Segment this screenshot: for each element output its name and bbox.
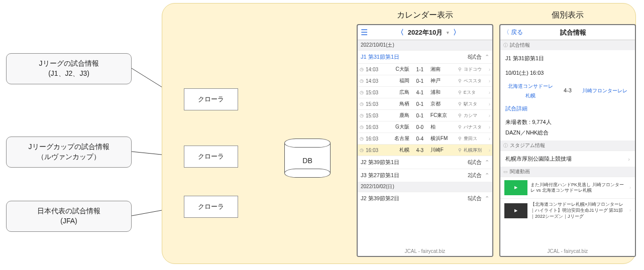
match-count: 2試合 (468, 172, 482, 178)
stadium-name: 札幌市厚別公園陸上競技場 (505, 155, 572, 163)
match-time: 16:03 (366, 124, 382, 130)
info-icon: ⓘ (503, 42, 508, 49)
chevron-right-icon: › (489, 148, 490, 153)
venue: ヨドコウ (464, 66, 487, 73)
clock-icon: ◷ (360, 78, 364, 83)
chevron-right-icon: › (628, 156, 630, 162)
score: 0-4 (411, 136, 428, 142)
back-button[interactable]: 〈 戻る (500, 28, 526, 37)
stadium-row[interactable]: 札幌市厚別公園陸上競技場 › (500, 151, 635, 167)
source-subtitle: (J1、J2、J3) (48, 69, 89, 79)
database-cylinder: DB (284, 139, 331, 178)
detail-view-title: 個別表示 (499, 10, 636, 21)
video-thumbnail (504, 180, 527, 195)
clock-icon: ◷ (360, 101, 364, 106)
away-team: 神戸 (431, 77, 456, 84)
date-header: 2022/10/02(日) (358, 182, 492, 192)
video-row[interactable]: 【北海道コンサドーレ札幌×川崎フロンターレ｜ハイライト】明治安田生命J1リーグ … (500, 198, 635, 222)
score: 0-1 (411, 101, 428, 107)
home-team: 鳥栖 (384, 100, 409, 107)
match-row[interactable]: ◷16:03札幌4-3川崎F⚲札幌厚別› (358, 144, 492, 156)
match-time: 15:03 (366, 113, 382, 118)
dropdown-icon[interactable]: ▾ (447, 30, 449, 35)
date-header: 2022/10/01(土) (358, 40, 492, 50)
league-row[interactable]: J3 第27節第1日 2試合⌃ (358, 169, 492, 182)
chevron-right-icon: › (629, 185, 631, 191)
prev-month-icon[interactable]: 〈 (397, 28, 404, 37)
away-team: 柏 (431, 123, 456, 130)
away-team: 京都 (431, 100, 456, 107)
chevron-right-icon: › (489, 78, 490, 84)
league-row-title: J1 第31節第1日 (361, 53, 399, 61)
match-row[interactable]: ◷14:03福岡0-1神戸⚲ベススタ› (358, 75, 492, 86)
clock-icon: ◷ (360, 113, 364, 118)
database-label: DB (284, 157, 331, 165)
home-team: C大阪 (384, 66, 409, 73)
home-team: 名古屋 (384, 135, 409, 142)
location-icon: ⚲ (458, 101, 462, 106)
away-team: 湘南 (431, 66, 456, 73)
chevron-right-icon: › (489, 113, 490, 118)
match-row[interactable]: ◷15:03鹿島0-1FC東京⚲カシマ› (358, 109, 492, 121)
app-footer: JCAL - fairycat.biz (500, 246, 635, 256)
away-team[interactable]: 川崎フロンターレレ (580, 86, 630, 95)
month-picker[interactable]: 〈 2022年10月 ▾ 〉 (368, 28, 489, 37)
match-row[interactable]: ◷15:03鳥栖0-1京都⚲駅スタ› (358, 98, 492, 109)
location-icon: ⚲ (458, 148, 462, 153)
league-row[interactable]: J2 第39節第2日 5試合⌃ (358, 192, 492, 205)
crawler-box: クローラ (184, 146, 238, 168)
chevron-icon: ⌃ (485, 159, 489, 165)
clock-icon: ◷ (360, 124, 364, 129)
home-team: 福岡 (384, 77, 409, 84)
back-label: 戻る (511, 29, 523, 36)
match-row[interactable]: ◷16:03G大阪0-0柏⚲パナスタ› (358, 121, 492, 132)
source-title: Jリーグカップの試合情報 (29, 142, 110, 152)
score: 0-1 (411, 78, 428, 84)
league-row[interactable]: J1 第31節第1日 8試合⌃ (358, 50, 492, 63)
match-time: 15:03 (366, 101, 382, 107)
next-month-icon[interactable]: 〉 (453, 28, 460, 37)
clock-icon: ◷ (360, 67, 364, 72)
page-title: 試合情報 (526, 28, 635, 37)
section-header: ⓘ試合情報 (500, 40, 635, 50)
match-row[interactable]: ◷16:03名古屋0-4横浜FM⚲豊田ス› (358, 132, 492, 144)
chevron-right-icon: › (489, 101, 490, 107)
chevron-right-icon: › (489, 67, 490, 72)
video-row[interactable]: また川崎付度ハンドPK見逃し 川崎フロンターレ vs 北海道コンサドーレ札幌 › (500, 177, 635, 198)
clock-icon: ◷ (360, 136, 364, 141)
video-title: 【北海道コンサドーレ札幌×川崎フロンターレ｜ハイライト】明治安田生命J1リーグ … (530, 202, 626, 219)
match-row[interactable]: ◷15:03広島4-1浦和⚲Eスタ› (358, 86, 492, 98)
chevron-icon: ⌃ (485, 195, 489, 201)
source-title: Jリーグの試合情報 (39, 59, 99, 69)
menu-icon[interactable]: ☰ (361, 28, 368, 37)
match-time: 16:03 (366, 136, 382, 142)
broadcast: DAZN／NHK総合 (505, 127, 630, 138)
home-team[interactable]: 北海道コンサドーレ札幌 (505, 81, 555, 100)
match-node: J1 第31節第1日 (505, 53, 630, 64)
match-row[interactable]: ◷14:03C大阪1-1湘南⚲ヨドコウ› (358, 63, 492, 75)
chevron-icon: ⌃ (485, 172, 489, 178)
crawler-box: クローラ (184, 88, 238, 110)
section-header: ⓘスタジアム情報 (500, 141, 635, 151)
section-header-label: 関連動画 (510, 168, 530, 175)
match-count: 5試合 (468, 195, 482, 201)
away-team: 浦和 (431, 89, 456, 96)
venue: カシマ (464, 112, 487, 119)
league-row-title: J2 第39節第1日 (361, 159, 399, 166)
home-team: 広島 (384, 89, 409, 96)
source-box-japan-national: 日本代表の試合情報 (JFA) (6, 201, 132, 232)
match-time: 16:03 (366, 148, 382, 153)
location-icon: ⚲ (458, 124, 462, 129)
score: 0-1 (411, 113, 428, 118)
score: 4-3 (564, 85, 572, 96)
source-box-jleague: Jリーグの試合情報 (J1、J2、J3) (6, 53, 132, 84)
venue: パナスタ (464, 124, 487, 130)
clock-icon: ◷ (360, 90, 364, 95)
match-detail-link[interactable]: 試合詳細 (505, 105, 527, 111)
info-icon: ⓘ (503, 143, 508, 149)
section-header-label: スタジアム情報 (510, 142, 545, 149)
league-row-title: J2 第39節第2日 (361, 195, 399, 202)
home-team: 札幌 (384, 147, 409, 154)
league-row[interactable]: J2 第39節第1日 6試合⌃ (358, 156, 492, 169)
score: 4-1 (411, 90, 428, 95)
